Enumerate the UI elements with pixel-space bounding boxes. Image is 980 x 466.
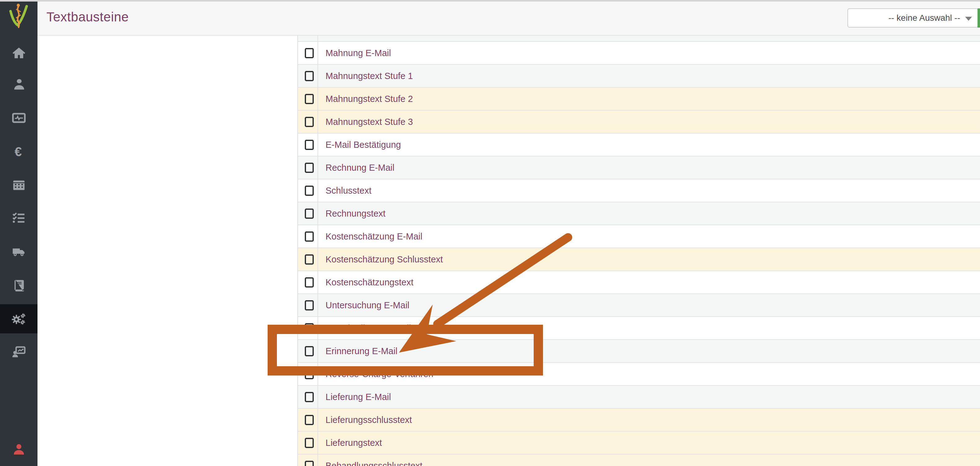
window-top-edge — [0, 0, 980, 2]
euro-icon: € — [11, 144, 26, 159]
textblock-link[interactable]: Erinnerung E-Mail — [318, 340, 398, 362]
offscreen-green-button[interactable] — [977, 8, 980, 27]
checkbox-cell — [298, 42, 318, 64]
row-checkbox[interactable] — [305, 231, 314, 242]
row-checkbox[interactable] — [305, 71, 314, 81]
textblock-link[interactable]: E-Mail Bestätigung — [318, 134, 401, 156]
table-row: Kostenschätzung Schlusstext — [298, 248, 980, 271]
table-row: Lieferungstext — [298, 432, 980, 455]
table-row: Mahnungstext Stufe 3 — [298, 111, 980, 134]
table-row: Lieferungsschlusstext — [298, 409, 980, 432]
checkbox-cell — [298, 455, 318, 466]
header-bar: Textbausteine -- keine Auswahl -- — [38, 2, 980, 36]
sidebar-item-journal[interactable] — [0, 271, 38, 300]
checkbox-cell — [298, 432, 318, 454]
table-row: Rechnungstext — [298, 202, 980, 225]
checkbox-cell — [298, 111, 318, 133]
table-row: Mahnung E-Mail — [298, 42, 980, 65]
table-row: Untersuchung E-Mail — [298, 294, 980, 317]
textblock-link[interactable]: Untersuchung E-Mail — [318, 294, 409, 316]
textblock-link[interactable]: Reverse-Charge-Verfahren — [318, 363, 433, 385]
table-row: Erinnerung E-Mail — [298, 340, 980, 363]
table-row: Mahnungstext Stufe 1 — [298, 65, 980, 88]
textblock-link[interactable]: Kostenschätzungstext — [318, 271, 414, 294]
row-checkbox[interactable] — [305, 254, 314, 265]
textblock-link[interactable]: Kostenschätzung E-Mail — [318, 225, 423, 247]
table-row: Lieferung E-Mail — [298, 386, 980, 409]
sidebar-item-user-account[interactable] — [0, 435, 38, 464]
sidebar-item-training[interactable] — [0, 337, 38, 367]
checklist-icon — [11, 211, 26, 225]
textblock-link[interactable]: Mahnungstext Stufe 1 — [318, 65, 413, 87]
checkbox-cell — [298, 248, 318, 270]
table-row: Behandlungsschlusstext — [298, 455, 980, 466]
textblock-link[interactable]: Verschreibung E-Mail — [318, 317, 411, 339]
sidebar-item-tasks[interactable] — [0, 204, 38, 233]
sidebar-item-settings[interactable] — [0, 304, 38, 334]
textblock-link[interactable]: Schlusstext — [318, 179, 371, 202]
checkbox-cell — [298, 156, 318, 179]
checkbox-cell — [298, 202, 318, 225]
doctor-icon — [11, 77, 26, 93]
row-checkbox[interactable] — [305, 94, 314, 104]
selection-dropdown-value: -- keine Auswahl -- — [888, 13, 960, 23]
row-checkbox[interactable] — [305, 48, 314, 58]
textblock-link[interactable]: Lieferungstext — [318, 432, 382, 454]
row-checkbox[interactable] — [305, 323, 314, 334]
checkbox-cell — [298, 363, 318, 385]
row-checkbox[interactable] — [305, 277, 314, 287]
monitor-ecg-icon — [11, 111, 27, 126]
checkbox-cell — [298, 88, 318, 110]
table-row: Rechnung E-Mail — [298, 156, 980, 179]
selection-dropdown[interactable]: -- keine Auswahl -- — [848, 8, 978, 27]
table-row: E-Mail Bestätigung — [298, 134, 980, 156]
row-checkbox[interactable] — [305, 369, 314, 379]
row-checkbox[interactable] — [305, 117, 314, 127]
sidebar-item-billing[interactable]: € — [0, 137, 38, 166]
checkbox-cell — [298, 225, 318, 247]
table-row: Kostenschätzung E-Mail — [298, 225, 980, 248]
row-checkbox[interactable] — [305, 163, 314, 173]
caduceus-logo — [7, 3, 31, 29]
calendar-icon — [12, 178, 26, 192]
sidebar: € — [0, 0, 38, 466]
table-row: Mahnungstext Stufe 2 — [298, 88, 980, 111]
row-checkbox[interactable] — [305, 346, 314, 356]
sidebar-item-diagnostics[interactable] — [0, 104, 38, 132]
row-checkbox[interactable] — [305, 185, 314, 196]
textblock-link[interactable]: Behandlungsschlusstext — [318, 455, 423, 466]
textblock-link[interactable]: Mahnungstext Stufe 2 — [318, 88, 413, 110]
textblock-link[interactable]: Lieferungsschlusstext — [318, 409, 412, 431]
truck-icon — [11, 244, 27, 259]
checkbox-cell — [298, 179, 318, 202]
checkbox-cell — [298, 294, 318, 316]
row-checkbox[interactable] — [305, 415, 314, 425]
textblock-link[interactable]: Rechnung E-Mail — [318, 156, 394, 179]
home-icon — [11, 46, 26, 61]
row-checkbox[interactable] — [305, 461, 314, 466]
sidebar-item-calendar[interactable] — [0, 171, 38, 199]
table-row: Kostenschätzungstext — [298, 271, 980, 294]
row-checkbox[interactable] — [305, 392, 314, 402]
textblock-link[interactable]: Lieferung E-Mail — [318, 386, 391, 408]
sidebar-item-delivery[interactable] — [0, 237, 38, 267]
table-row: Reverse-Charge-Verfahren — [298, 363, 980, 386]
euro-glyph: € — [14, 144, 22, 159]
textblock-link[interactable]: Mahnung E-Mail — [318, 42, 391, 64]
row-checkbox[interactable] — [305, 140, 314, 150]
user-red-icon — [11, 442, 26, 457]
row-checkbox[interactable] — [305, 438, 314, 448]
book-icon — [12, 279, 26, 293]
row-checkbox[interactable] — [305, 209, 314, 219]
sidebar-item-home[interactable] — [0, 39, 38, 68]
textblock-link[interactable]: Kostenschätzung Schlusstext — [318, 248, 443, 270]
textblock-table: Mahnung E-MailMahnungstext Stufe 1Mahnun… — [298, 19, 980, 466]
textblock-link[interactable]: Rechnungstext — [318, 202, 385, 225]
sidebar-item-patients[interactable] — [0, 70, 38, 99]
row-checkbox[interactable] — [305, 300, 314, 310]
gears-icon — [11, 311, 27, 326]
checkbox-cell — [298, 340, 318, 362]
chevron-down-icon — [965, 17, 972, 21]
checkbox-cell — [298, 271, 318, 294]
textblock-link[interactable]: Mahnungstext Stufe 3 — [318, 111, 413, 133]
